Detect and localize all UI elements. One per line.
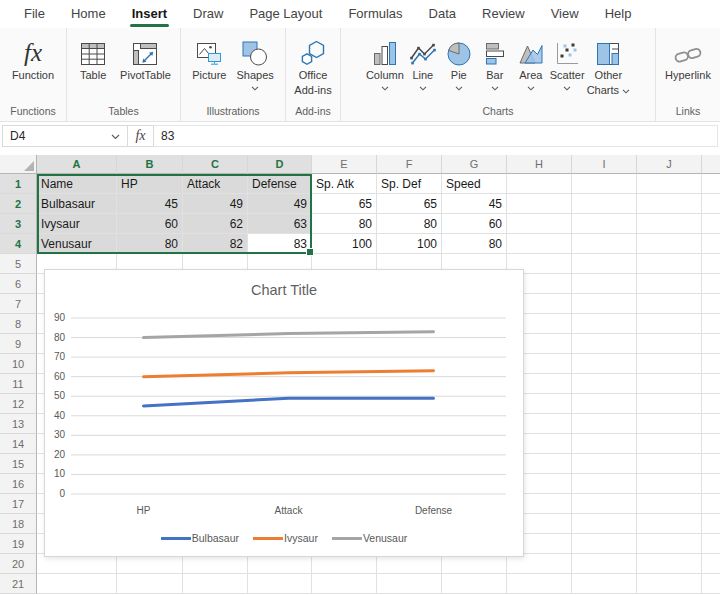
row-header-15[interactable]: 15 (0, 454, 37, 474)
ribbon-button-bar[interactable]: Bar (478, 35, 512, 93)
cell-b4[interactable]: 80 (117, 234, 183, 254)
cell-i10[interactable] (572, 354, 637, 374)
cell-f21[interactable] (377, 574, 442, 594)
row-header-6[interactable]: 6 (0, 274, 37, 294)
fill-handle[interactable] (306, 248, 314, 256)
cell-d2[interactable]: 49 (248, 194, 312, 214)
cell-a2[interactable]: Bulbasaur (37, 194, 117, 214)
cell-i6[interactable] (572, 274, 637, 294)
select-all-button[interactable] (0, 155, 37, 174)
legend-item-ivysaur[interactable]: Ivysaur (253, 532, 318, 544)
cell-i15[interactable] (572, 454, 637, 474)
formula-input[interactable]: 83 (154, 125, 718, 147)
cell-b2[interactable]: 45 (117, 194, 183, 214)
legend-item-bulbasaur[interactable]: Bulbasaur (161, 532, 239, 544)
row-header-21[interactable]: 21 (0, 574, 37, 594)
cell-i16[interactable] (572, 474, 637, 494)
cell-h2[interactable] (507, 194, 572, 214)
column-header-j[interactable]: J (637, 155, 702, 174)
chart-object[interactable]: Chart Title 0102030405060708090HPAttackD… (44, 269, 524, 557)
ribbon-button-pivottable[interactable]: PivotTable (120, 35, 171, 82)
row-header-10[interactable]: 10 (0, 354, 37, 374)
cell-b1[interactable]: HP (117, 174, 183, 194)
cell-a3[interactable]: Ivysaur (37, 214, 117, 234)
ribbon-button-pie[interactable]: Pie (442, 35, 476, 93)
row-header-9[interactable]: 9 (0, 334, 37, 354)
cell-e2[interactable]: 65 (312, 194, 377, 214)
column-header-c[interactable]: C (183, 155, 248, 174)
cell-j14[interactable] (637, 434, 702, 454)
cell-i1[interactable] (572, 174, 637, 194)
menu-tab-help[interactable]: Help (592, 0, 645, 28)
cell-f20[interactable] (377, 554, 442, 574)
ribbon-button-scatter[interactable]: Scatter (550, 35, 585, 93)
cell-i19[interactable] (572, 534, 637, 554)
cell-i9[interactable] (572, 334, 637, 354)
cell-j12[interactable] (637, 394, 702, 414)
series-line-bulbasaur[interactable] (144, 398, 434, 406)
cell-e21[interactable] (312, 574, 377, 594)
column-header-a[interactable]: A (37, 155, 117, 174)
row-header-14[interactable]: 14 (0, 434, 37, 454)
cell-i20[interactable] (572, 554, 637, 574)
row-header-1[interactable]: 1 (0, 174, 37, 194)
menu-tab-draw[interactable]: Draw (180, 0, 236, 28)
menu-tab-home[interactable]: Home (58, 0, 119, 28)
cell-j3[interactable] (637, 214, 702, 234)
cell-i12[interactable] (572, 394, 637, 414)
column-header-d[interactable]: D (248, 155, 312, 174)
insert-function-button[interactable]: fx (128, 125, 154, 147)
cell-e4[interactable]: 100 (312, 234, 377, 254)
series-line-venusaur[interactable] (144, 332, 434, 338)
ribbon-button-area[interactable]: Area (514, 35, 548, 93)
name-box[interactable]: D4 (2, 125, 128, 147)
cell-e3[interactable]: 80 (312, 214, 377, 234)
row-header-16[interactable]: 16 (0, 474, 37, 494)
cell-a1[interactable]: Name (37, 174, 117, 194)
cell-h3[interactable] (507, 214, 572, 234)
cell-e1[interactable]: Sp. Atk (312, 174, 377, 194)
cell-c21[interactable] (183, 574, 248, 594)
row-header-5[interactable]: 5 (0, 254, 37, 274)
cell-b3[interactable]: 60 (117, 214, 183, 234)
ribbon-button-shapes[interactable]: Shapes (236, 35, 273, 93)
cell-d3[interactable]: 63 (248, 214, 312, 234)
row-header-11[interactable]: 11 (0, 374, 37, 394)
cell-c3[interactable]: 62 (183, 214, 248, 234)
cell-i2[interactable] (572, 194, 637, 214)
cell-j8[interactable] (637, 314, 702, 334)
row-header-20[interactable]: 20 (0, 554, 37, 574)
menu-tab-view[interactable]: View (538, 0, 592, 28)
cell-i18[interactable] (572, 514, 637, 534)
ribbon-button-column[interactable]: Column (366, 35, 404, 93)
cell-j20[interactable] (637, 554, 702, 574)
cell-j6[interactable] (637, 274, 702, 294)
cell-c4[interactable]: 82 (183, 234, 248, 254)
cell-h21[interactable] (507, 574, 572, 594)
cell-d21[interactable] (248, 574, 312, 594)
column-header-b[interactable]: B (117, 155, 183, 174)
cell-i14[interactable] (572, 434, 637, 454)
cell-i5[interactable] (572, 254, 637, 274)
cell-f3[interactable]: 80 (377, 214, 442, 234)
cell-i11[interactable] (572, 374, 637, 394)
cell-c20[interactable] (183, 554, 248, 574)
cell-c2[interactable]: 49 (183, 194, 248, 214)
ribbon-button-table[interactable]: Table (76, 35, 110, 82)
cell-j11[interactable] (637, 374, 702, 394)
ribbon-button-line[interactable]: Line (406, 35, 440, 93)
cell-d1[interactable]: Defense (248, 174, 312, 194)
row-header-12[interactable]: 12 (0, 394, 37, 414)
cell-f4[interactable]: 100 (377, 234, 442, 254)
cell-i4[interactable] (572, 234, 637, 254)
cell-j13[interactable] (637, 414, 702, 434)
cell-j7[interactable] (637, 294, 702, 314)
cell-a20[interactable] (37, 554, 117, 574)
cell-h4[interactable] (507, 234, 572, 254)
cell-j4[interactable] (637, 234, 702, 254)
row-header-19[interactable]: 19 (0, 534, 37, 554)
row-header-8[interactable]: 8 (0, 314, 37, 334)
menu-tab-formulas[interactable]: Formulas (335, 0, 415, 28)
cell-f1[interactable]: Sp. Def (377, 174, 442, 194)
cell-g1[interactable]: Speed (442, 174, 507, 194)
